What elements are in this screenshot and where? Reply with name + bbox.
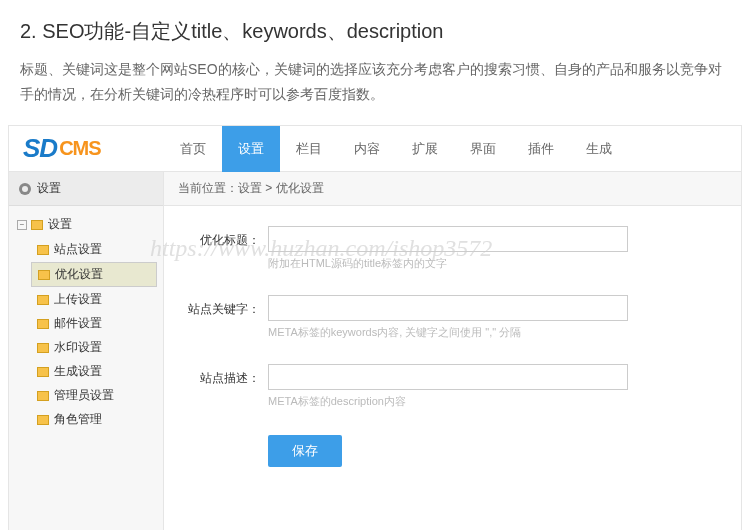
main-nav: 首页设置栏目内容扩展界面插件生成 [164, 126, 628, 172]
sidebar-item-label: 水印设置 [54, 339, 102, 356]
title-label: 优化标题： [178, 226, 268, 289]
nav-生成[interactable]: 生成 [570, 126, 628, 172]
keywords-hint: META标签的keywords内容, 关键字之间使用 "," 分隔 [268, 321, 727, 358]
sidebar-item-7[interactable]: 角色管理 [31, 408, 157, 431]
sidebar-item-1[interactable]: 优化设置 [31, 262, 157, 287]
description-hint: META标签的description内容 [268, 390, 727, 427]
page-icon [37, 343, 49, 353]
sidebar-item-6[interactable]: 管理员设置 [31, 384, 157, 407]
tree-root-label: 设置 [48, 216, 72, 233]
tree-root[interactable]: − 设置 [9, 212, 163, 237]
collapse-icon[interactable]: − [17, 220, 27, 230]
main-panel: 当前位置：设置 > 优化设置 优化标题： 附加在HTML源码的title标签内的… [164, 172, 741, 530]
page-heading: 2. SEO功能-自定义title、keywords、description [0, 0, 750, 57]
folder-icon [31, 220, 43, 230]
nav-栏目[interactable]: 栏目 [280, 126, 338, 172]
page-icon [37, 319, 49, 329]
logo-sd: SD [23, 133, 57, 164]
nav-内容[interactable]: 内容 [338, 126, 396, 172]
logo: SD CMS [9, 133, 164, 164]
sidebar-item-3[interactable]: 邮件设置 [31, 312, 157, 335]
sidebar-item-5[interactable]: 生成设置 [31, 360, 157, 383]
page-icon [37, 415, 49, 425]
description-label: 站点描述： [178, 364, 268, 427]
app-header: SD CMS 首页设置栏目内容扩展界面插件生成 [9, 126, 741, 172]
app-window: SD CMS 首页设置栏目内容扩展界面插件生成 设置 − 设置 站点设置优化设置… [8, 125, 742, 530]
sidebar-item-label: 上传设置 [54, 291, 102, 308]
seo-form: 优化标题： 附加在HTML源码的title标签内的文字 站点关键字： META标… [164, 206, 741, 487]
nav-首页[interactable]: 首页 [164, 126, 222, 172]
sidebar-item-label: 邮件设置 [54, 315, 102, 332]
page-icon [37, 295, 49, 305]
sidebar-header: 设置 [9, 172, 163, 206]
nav-界面[interactable]: 界面 [454, 126, 512, 172]
sidebar-tree: − 设置 站点设置优化设置上传设置邮件设置水印设置生成设置管理员设置角色管理 [9, 206, 163, 438]
sidebar-item-label: 优化设置 [55, 266, 103, 283]
nav-设置[interactable]: 设置 [222, 126, 280, 172]
sidebar-item-label: 生成设置 [54, 363, 102, 380]
breadcrumb: 当前位置：设置 > 优化设置 [164, 172, 741, 206]
page-icon [38, 270, 50, 280]
keywords-label: 站点关键字： [178, 295, 268, 358]
description-input[interactable] [268, 364, 628, 390]
gear-icon [19, 183, 31, 195]
page-icon [37, 391, 49, 401]
sidebar-item-0[interactable]: 站点设置 [31, 238, 157, 261]
crumb-a: 设置 [238, 181, 262, 195]
page-description: 标题、关键词这是整个网站SEO的核心，关键词的选择应该充分考虑客户的搜索习惯、自… [0, 57, 750, 125]
sidebar-title: 设置 [37, 180, 61, 197]
logo-cms: CMS [59, 137, 100, 160]
crumb-prefix: 当前位置： [178, 181, 238, 195]
sidebar-item-4[interactable]: 水印设置 [31, 336, 157, 359]
title-hint: 附加在HTML源码的title标签内的文字 [268, 252, 727, 289]
sidebar-item-label: 站点设置 [54, 241, 102, 258]
sidebar: 设置 − 设置 站点设置优化设置上传设置邮件设置水印设置生成设置管理员设置角色管… [9, 172, 164, 530]
nav-扩展[interactable]: 扩展 [396, 126, 454, 172]
nav-插件[interactable]: 插件 [512, 126, 570, 172]
crumb-sep: > [262, 181, 276, 195]
crumb-b: 优化设置 [276, 181, 324, 195]
sidebar-item-label: 角色管理 [54, 411, 102, 428]
page-icon [37, 245, 49, 255]
save-button[interactable]: 保存 [268, 435, 342, 467]
page-icon [37, 367, 49, 377]
sidebar-item-label: 管理员设置 [54, 387, 114, 404]
sidebar-item-2[interactable]: 上传设置 [31, 288, 157, 311]
title-input[interactable] [268, 226, 628, 252]
keywords-input[interactable] [268, 295, 628, 321]
